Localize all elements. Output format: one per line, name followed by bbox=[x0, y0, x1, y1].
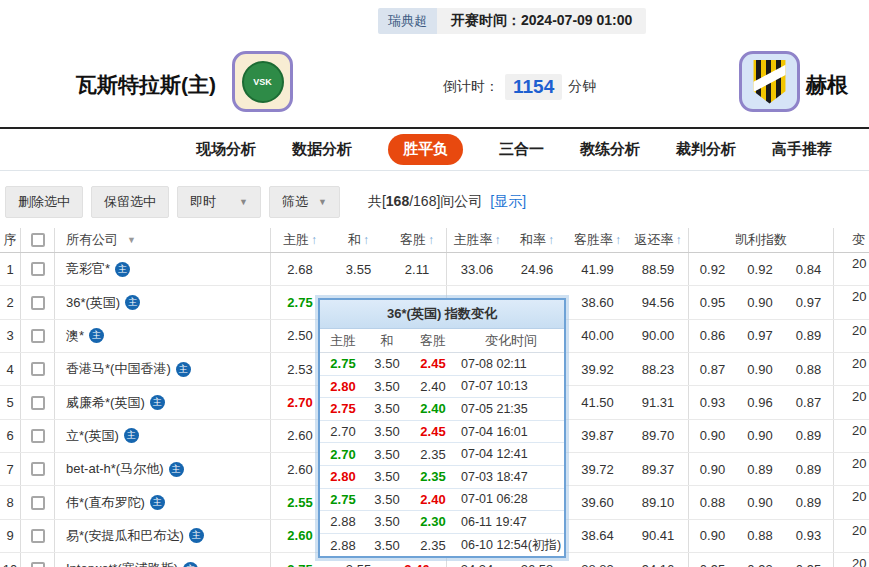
nav-tab[interactable]: 三合一 bbox=[499, 140, 544, 159]
away-rate: 40.00 bbox=[567, 328, 628, 343]
row-checkbox[interactable] bbox=[20, 353, 54, 385]
payout-rate: 94.16 bbox=[628, 562, 688, 567]
row-checkbox[interactable] bbox=[20, 453, 54, 485]
nav-tab[interactable]: 现场分析 bbox=[196, 140, 256, 159]
company-cell[interactable]: 36*(英国)主 bbox=[54, 286, 270, 318]
change-value[interactable]: 20 bbox=[833, 553, 869, 567]
change-value[interactable]: 20 bbox=[833, 353, 869, 385]
row-index: 3 bbox=[0, 328, 20, 343]
company-cell[interactable]: 易*(安提瓜和巴布达)主 bbox=[54, 520, 270, 552]
company-name: 伟*(直布罗陀) bbox=[66, 494, 145, 512]
checkbox-icon[interactable] bbox=[31, 396, 45, 410]
company-cell[interactable]: 立*(英国)主 bbox=[54, 420, 270, 452]
kelly-home: 0.92 bbox=[688, 253, 736, 285]
kelly-home: 0.86 bbox=[688, 320, 736, 352]
away-odds[interactable]: 2.11 bbox=[388, 262, 446, 277]
popup-draw-odds: 3.50 bbox=[366, 447, 408, 462]
draw-odds[interactable]: 3.55 bbox=[329, 262, 388, 277]
company-cell[interactable]: 威廉希*(英国)主 bbox=[54, 386, 270, 418]
row-checkbox[interactable] bbox=[20, 486, 54, 518]
nav-tab[interactable]: 数据分析 bbox=[292, 140, 352, 159]
nav-tab-label: 三合一 bbox=[499, 140, 544, 157]
checkbox-icon[interactable] bbox=[31, 329, 45, 343]
company-name: 36*(英国) bbox=[66, 294, 120, 312]
league-badge[interactable]: 瑞典超 bbox=[378, 8, 437, 34]
popup-header-home: 主胜 bbox=[320, 332, 366, 350]
change-value[interactable]: 20 bbox=[833, 453, 869, 485]
header-away-rate[interactable]: 客胜率↑ bbox=[567, 231, 628, 249]
row-checkbox[interactable] bbox=[20, 420, 54, 452]
header-away-odds[interactable]: 客胜↑ bbox=[388, 231, 446, 249]
header-home-odds[interactable]: 主胜↑ bbox=[270, 228, 329, 252]
kelly-draw: 0.90 bbox=[736, 495, 784, 510]
home-team-logo[interactable]: VSK bbox=[232, 51, 293, 112]
time-mode-select[interactable]: 即时 ▼ bbox=[177, 186, 261, 218]
company-home-badge-icon: 主 bbox=[183, 562, 198, 567]
header-draw-odds[interactable]: 和↑ bbox=[329, 231, 388, 249]
payout-rate: 90.41 bbox=[628, 528, 688, 543]
company-cell[interactable]: 竞彩官*主 bbox=[54, 253, 270, 285]
company-cell[interactable]: 香港马*(中国香港)主 bbox=[54, 353, 270, 385]
popup-draw-odds: 3.50 bbox=[366, 356, 408, 371]
draw-odds[interactable]: 3.55 bbox=[329, 562, 388, 567]
checkbox-icon[interactable] bbox=[31, 562, 45, 567]
home-odds[interactable]: 2.68 bbox=[270, 253, 329, 285]
change-value[interactable]: 20 bbox=[833, 420, 869, 452]
company-cell[interactable]: 澳*主 bbox=[54, 320, 270, 352]
header-company[interactable]: 所有公司▼ bbox=[54, 228, 270, 252]
delete-selected-button[interactable]: 删除选中 bbox=[5, 186, 83, 218]
sort-asc-icon: ↑ bbox=[615, 233, 621, 247]
change-value[interactable]: 20 bbox=[833, 286, 869, 318]
nav-tab[interactable]: 裁判分析 bbox=[676, 140, 736, 159]
row-checkbox[interactable] bbox=[20, 253, 54, 285]
keep-selected-button[interactable]: 保留选中 bbox=[91, 186, 169, 218]
payout-rate: 90.00 bbox=[628, 328, 688, 343]
change-value[interactable]: 20 bbox=[833, 320, 869, 352]
checkbox-icon[interactable] bbox=[31, 429, 45, 443]
kelly-away: 0.97 bbox=[784, 295, 833, 310]
row-checkbox[interactable] bbox=[20, 320, 54, 352]
nav-tab-label: 胜平负 bbox=[403, 140, 448, 157]
header-payout-rate[interactable]: 返还率↑ bbox=[628, 231, 688, 249]
checkbox-icon[interactable] bbox=[31, 496, 45, 510]
header-home-rate[interactable]: 主胜率↑ bbox=[446, 228, 507, 252]
filter-select[interactable]: 筛选 ▼ bbox=[269, 186, 340, 218]
checkbox-icon[interactable] bbox=[31, 233, 45, 247]
change-value[interactable]: 20 bbox=[833, 253, 869, 285]
sort-asc-icon: ↑ bbox=[548, 233, 554, 247]
company-cell[interactable]: 伟*(直布罗陀)主 bbox=[54, 486, 270, 518]
row-checkbox[interactable] bbox=[20, 286, 54, 318]
company-cell[interactable]: bet-at-h*(马尔他)主 bbox=[54, 453, 270, 485]
row-checkbox[interactable] bbox=[20, 520, 54, 552]
company-name: Interwet*(塞浦路斯) bbox=[66, 560, 178, 567]
nav-tab[interactable]: 胜平负 bbox=[388, 134, 463, 165]
change-value[interactable]: 20 bbox=[833, 486, 869, 518]
home-rate: 33.06 bbox=[446, 253, 507, 285]
company-cell[interactable]: Interwet*(塞浦路斯)主 bbox=[54, 553, 270, 567]
header-draw-rate[interactable]: 和率↑ bbox=[507, 231, 567, 249]
away-crest-icon bbox=[751, 60, 789, 104]
change-value[interactable]: 20 bbox=[833, 520, 869, 552]
show-link[interactable]: [显示] bbox=[490, 193, 526, 209]
nav-tab[interactable]: 高手推荐 bbox=[772, 140, 832, 159]
change-value[interactable]: 20 bbox=[833, 386, 869, 418]
checkbox-icon[interactable] bbox=[31, 262, 45, 276]
nav-tab[interactable]: 教练分析 bbox=[580, 140, 640, 159]
time-mode-value: 即时 bbox=[190, 193, 216, 211]
away-team-logo[interactable] bbox=[739, 51, 800, 112]
header-change[interactable]: 变 bbox=[833, 228, 869, 252]
checkbox-icon[interactable] bbox=[31, 296, 45, 310]
away-odds[interactable]: 2.40 bbox=[388, 562, 446, 567]
away-rate: 38.64 bbox=[567, 528, 628, 543]
row-checkbox[interactable] bbox=[20, 386, 54, 418]
popup-change-time: 07-01 06:28 bbox=[458, 492, 564, 506]
popup-change-time: 06-11 19:47 bbox=[458, 515, 564, 529]
header-select-all-checkbox[interactable] bbox=[20, 228, 54, 252]
row-checkbox[interactable] bbox=[20, 553, 54, 567]
checkbox-icon[interactable] bbox=[31, 462, 45, 476]
checkbox-icon[interactable] bbox=[31, 362, 45, 376]
checkbox-icon[interactable] bbox=[31, 529, 45, 543]
popup-away-odds: 2.35 bbox=[408, 538, 458, 553]
kelly-home: 0.88 bbox=[688, 486, 736, 518]
company-count: 共[168/168]间公司[显示] bbox=[368, 193, 526, 211]
